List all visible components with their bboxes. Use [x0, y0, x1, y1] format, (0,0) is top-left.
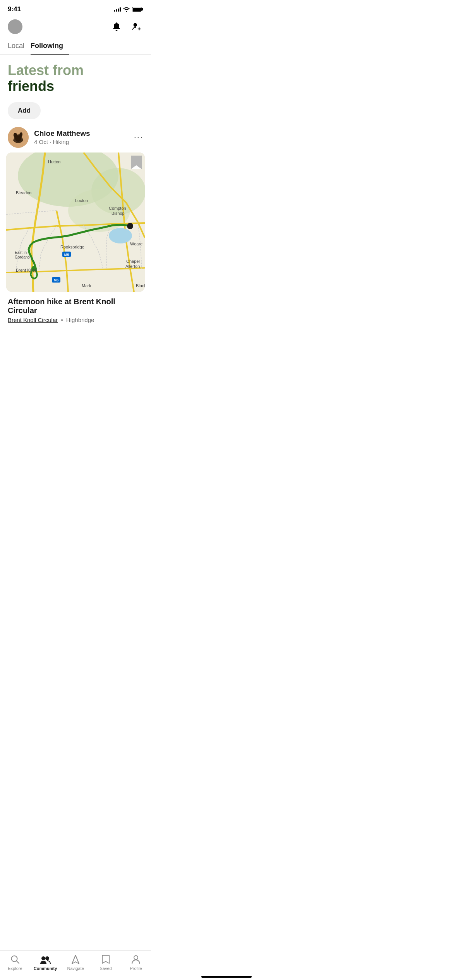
svg-text:Weare: Weare: [130, 242, 142, 246]
svg-text:Gordano: Gordano: [15, 255, 30, 259]
bell-icon: [112, 22, 122, 32]
post-location-dot: •: [61, 317, 63, 323]
svg-text:Compton: Compton: [109, 206, 126, 211]
svg-text:M5: M5: [64, 253, 69, 257]
route-map: M5 M5 Hutton Winscombe Bleadon Loxton Co…: [6, 152, 145, 292]
avatar-image: [8, 127, 29, 148]
post-location: Brent Knoll Circular • Highbridge: [8, 317, 143, 323]
post-header: Chloe Matthews 4 Oct · Hiking ···: [6, 127, 145, 148]
header-section: Latest from friends: [0, 55, 151, 98]
svg-text:Loxton: Loxton: [75, 198, 88, 203]
svg-text:Allerton: Allerton: [125, 264, 140, 269]
top-nav: [0, 16, 151, 38]
post-meta: 4 Oct · Hiking: [34, 139, 90, 145]
map-container[interactable]: M5 M5 Hutton Winscombe Bleadon Loxton Co…: [6, 152, 145, 292]
add-section: Add: [0, 98, 151, 127]
header-line1: Latest from: [8, 62, 143, 78]
tab-local[interactable]: Local: [8, 38, 31, 55]
header-line2: friends: [8, 78, 143, 94]
post-user-name: Chloe Matthews: [34, 129, 90, 138]
signal-bars-icon: [114, 7, 121, 12]
post-footer: Afternoon hike at Brent Knoll Circular B…: [6, 292, 145, 325]
nav-icons: [110, 20, 143, 33]
post-user: Chloe Matthews 4 Oct · Hiking: [8, 127, 90, 148]
wifi-icon: [123, 7, 130, 12]
avatar[interactable]: [8, 19, 22, 34]
status-icons: [114, 7, 143, 12]
status-bar: 9:41: [0, 0, 151, 16]
status-time: 9:41: [8, 5, 21, 13]
battery-icon: [132, 7, 143, 12]
svg-point-8: [109, 228, 132, 243]
post-location-area: Highbridge: [66, 317, 94, 323]
tab-following[interactable]: Following: [31, 38, 69, 55]
post-location-link[interactable]: Brent Knoll Circular: [8, 317, 58, 323]
svg-text:M5: M5: [54, 278, 59, 282]
svg-text:Bishop: Bishop: [112, 211, 125, 216]
svg-text:Brent Knoll: Brent Knoll: [16, 268, 37, 272]
post-card: Chloe Matthews 4 Oct · Hiking ···: [0, 127, 151, 325]
svg-text:Rooksbridge: Rooksbridge: [60, 245, 84, 249]
add-friend-button[interactable]: [130, 20, 143, 33]
post-user-avatar[interactable]: [8, 127, 29, 148]
post-user-info: Chloe Matthews 4 Oct · Hiking: [34, 129, 90, 145]
notifications-button[interactable]: [110, 20, 123, 33]
svg-text:Hutton: Hutton: [48, 159, 60, 164]
svg-text:East-in-: East-in-: [15, 250, 28, 255]
more-options-button[interactable]: ···: [134, 132, 143, 142]
svg-point-10: [127, 223, 133, 229]
page-title: Latest from friends: [8, 62, 143, 94]
svg-text:Chapel: Chapel: [126, 259, 140, 264]
svg-text:Mark: Mark: [82, 283, 91, 288]
svg-text:Bleadon: Bleadon: [16, 190, 31, 195]
post-title: Afternoon hike at Brent Knoll Circular: [8, 297, 143, 315]
svg-text:Blackford: Blackford: [136, 283, 145, 288]
tab-navigation: Local Following: [0, 38, 151, 55]
add-user-icon: [132, 22, 142, 32]
add-button[interactable]: Add: [8, 102, 41, 119]
scroll-area: Latest from friends Add: [0, 55, 151, 371]
svg-point-3: [15, 135, 21, 142]
